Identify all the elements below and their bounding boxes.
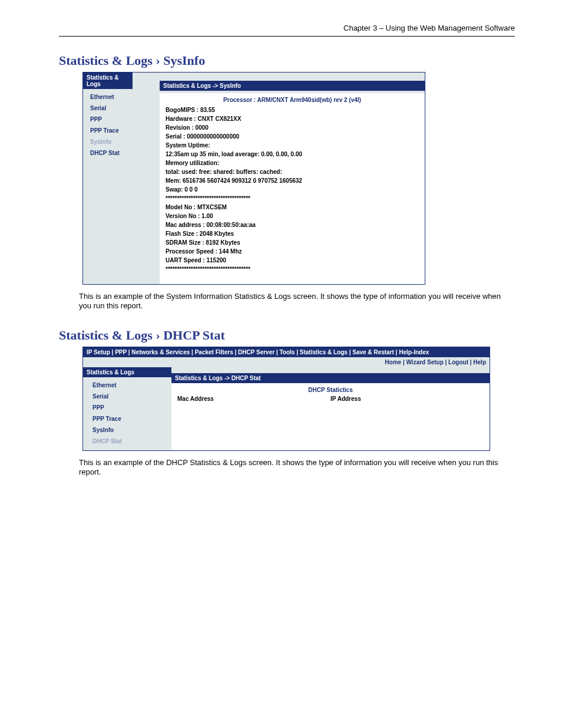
processor-line: Processor : ARM/CNXT Arm940sid(wb) rev 2… (166, 97, 419, 103)
info-line: Revision : 0000 (166, 123, 419, 132)
screenshot-dhcp: IP Setup | PPP | Networks & Services | P… (82, 347, 490, 451)
col-ip: IP Address (330, 396, 484, 402)
sub-nav[interactable]: Home | Wizard Setup | Logout | Help (83, 357, 490, 367)
info-line: Processor Speed : 144 Mhz (166, 247, 419, 256)
sidebar-tab[interactable]: Statistics & Logs (83, 367, 171, 377)
info-line: Flash Size : 2048 Kbytes (166, 229, 419, 238)
sidebar-item[interactable]: DHCP Stat (92, 437, 171, 448)
section-heading-dhcp: Statistics & Logs › DHCP Stat (59, 328, 515, 343)
content-bar: Statistics & Logs -> DHCP Stat (171, 373, 490, 383)
sidebar-item[interactable]: Ethernet (92, 381, 171, 392)
info-line: UART Speed : 115200 (166, 256, 419, 265)
info-line: Memory utilization: (166, 159, 419, 167)
top-nav[interactable]: IP Setup | PPP | Networks & Services | P… (83, 347, 490, 357)
info-line: total: used: free: shared: buffers: cach… (166, 167, 419, 176)
info-line: Mem: 6516736 5607424 909312 0 970752 160… (166, 176, 419, 185)
info-line: System Uptime: (166, 141, 419, 150)
sidebar-tab[interactable]: Statistics & Logs (83, 73, 133, 89)
sidebar-item[interactable]: SysInfo (90, 137, 160, 149)
sidebar-item[interactable]: PPP Trace (90, 126, 160, 137)
info-line: Version No : 1.00 (166, 212, 419, 220)
info-line: BogoMIPS : 83.55 (166, 106, 419, 114)
section-heading-sysinfo: Statistics & Logs › SysInfo (59, 53, 515, 68)
info-line: Hardware : CNXT CX821XX (166, 114, 419, 123)
sidebar-item[interactable]: Serial (90, 104, 160, 115)
sidebar-item[interactable]: PPP (92, 403, 171, 414)
screenshot-sysinfo: Statistics & Logs EthernetSerialPPPPPP T… (82, 72, 425, 285)
sidebar-item[interactable]: Ethernet (90, 93, 160, 104)
chapter-header: Chapter 3 – Using the Web Management Sof… (59, 24, 515, 37)
sidebar-item[interactable]: DHCP Stat (90, 149, 160, 160)
info-line: Model No : MTXCSEM (166, 203, 419, 212)
sidebar-item[interactable]: PPP (90, 115, 160, 126)
info-line: Swap: 0 0 0 (166, 185, 419, 194)
info-line: ************************************* (166, 265, 419, 274)
info-line: Mac address : 00:08:00:50:aa:aa (166, 220, 419, 229)
col-mac: Mac Address (177, 396, 330, 402)
sidebar-item[interactable]: Serial (92, 392, 171, 403)
dhcp-title: DHCP Statictics (177, 387, 484, 393)
info-line: ************************************* (166, 194, 419, 203)
info-line: 12:35am up 35 min, load average: 0.00, 0… (166, 150, 419, 159)
dhcp-description: This is an example of the DHCP Statistic… (79, 458, 515, 477)
info-line: SDRAM Size : 8192 Kbytes (166, 238, 419, 247)
sysinfo-description: This is an example of the System Informa… (79, 292, 515, 311)
info-line: Serial : 0000000000000000 (166, 132, 419, 141)
sidebar-item[interactable]: PPP Trace (92, 414, 171, 426)
sidebar-item[interactable]: SysInfo (92, 426, 171, 437)
content-bar: Statistics & Logs -> SysInfo (160, 81, 425, 91)
